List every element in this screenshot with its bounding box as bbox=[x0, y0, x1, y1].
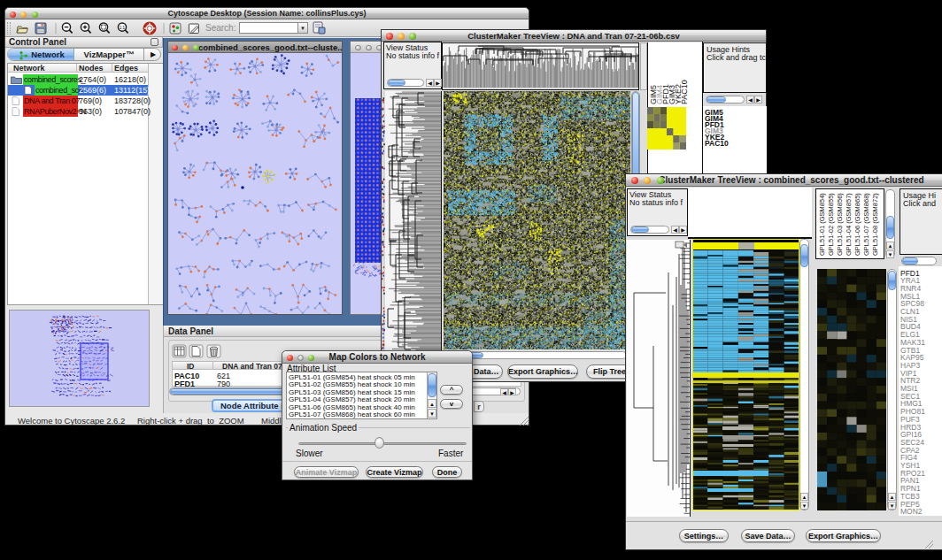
svg-text:1:1: 1:1 bbox=[120, 26, 126, 30]
